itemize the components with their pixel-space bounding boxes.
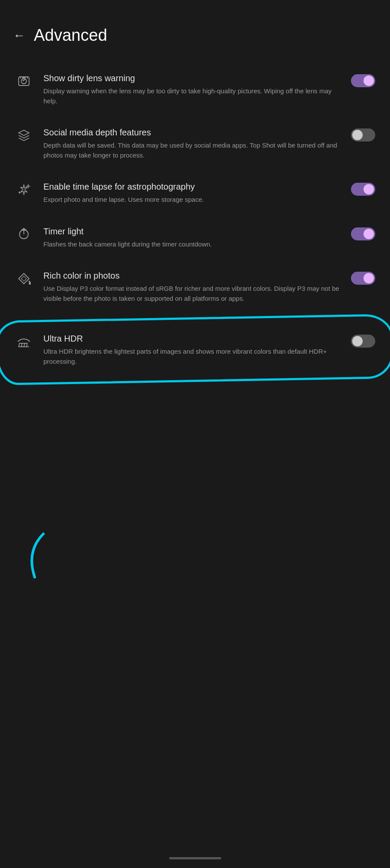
setting-rich-color-content: Rich color in photos Use Display P3 colo… — [43, 270, 342, 303]
back-button[interactable]: ← — [13, 29, 25, 43]
toggle-time-lapse[interactable] — [351, 181, 377, 196]
svg-line-12 — [24, 343, 25, 347]
setting-ultra-hdr-content: Ultra HDR Ultra HDR brightens the lighte… — [43, 333, 342, 366]
toggle-switch-dirty-lens[interactable] — [351, 74, 375, 87]
setting-ultra-hdr: Ultra HDR Ultra HDR brightens the lighte… — [0, 322, 390, 377]
setting-dirty-lens: Show dirty lens warning Display warning … — [0, 62, 390, 116]
toggle-timer-light[interactable] — [351, 226, 377, 240]
setting-social-depth-content: Social media depth features Depth data w… — [43, 127, 342, 160]
toggle-switch-rich-color[interactable] — [351, 272, 375, 285]
setting-rich-color-title: Rich color in photos — [43, 270, 342, 281]
settings-list: Show dirty lens warning Display warning … — [0, 58, 390, 398]
setting-dirty-lens-content: Show dirty lens warning Display warning … — [43, 72, 342, 106]
setting-dirty-lens-title: Show dirty lens warning — [43, 72, 342, 84]
toggle-knob-ultra-hdr — [352, 336, 363, 346]
setting-social-depth-desc: Depth data will be saved. This data may … — [43, 141, 342, 160]
setting-ultra-hdr-title: Ultra HDR — [43, 333, 342, 344]
svg-marker-5 — [23, 228, 25, 230]
setting-social-depth: Social media depth features Depth data w… — [0, 116, 390, 171]
setting-timer-light-title: Timer light — [43, 226, 342, 237]
hdr-icon — [13, 335, 35, 349]
setting-time-lapse-content: Enable time lapse for astrophotography E… — [43, 181, 342, 205]
svg-line-10 — [19, 343, 20, 347]
toggle-switch-ultra-hdr[interactable] — [351, 335, 375, 348]
setting-time-lapse-title: Enable time lapse for astrophotography — [43, 181, 342, 192]
setting-rich-color: Rich color in photos Use Display P3 colo… — [0, 260, 390, 314]
svg-point-9 — [29, 283, 31, 284]
layers-icon — [13, 128, 35, 142]
svg-line-13 — [26, 343, 27, 347]
setting-rich-color-desc: Use Display P3 color format instead of s… — [43, 284, 342, 303]
setting-timer-light: Timer light Flashes the back camera ligh… — [0, 215, 390, 260]
svg-marker-2 — [19, 130, 29, 135]
toggle-switch-social-depth[interactable] — [351, 128, 375, 141]
color-icon — [13, 272, 35, 286]
toggle-knob-timer-light — [364, 229, 374, 239]
toggle-switch-timer-light[interactable] — [351, 227, 375, 240]
toggle-ultra-hdr[interactable] — [351, 333, 377, 348]
timer-icon — [13, 227, 35, 241]
setting-dirty-lens-desc: Display warning when the lens may be too… — [43, 86, 342, 106]
home-indicator — [169, 857, 221, 859]
setting-time-lapse: Enable time lapse for astrophotography E… — [0, 171, 390, 215]
setting-time-lapse-desc: Export photo and time lapse. Uses more s… — [43, 195, 342, 205]
svg-line-11 — [21, 343, 22, 347]
annotation-tail-svg — [0, 499, 390, 586]
toggle-knob-dirty-lens — [364, 76, 374, 86]
toggle-knob-time-lapse — [364, 184, 374, 194]
header: ← Advanced — [0, 0, 390, 58]
toggle-knob-social-depth — [352, 130, 363, 140]
toggle-rich-color[interactable] — [351, 270, 377, 285]
sparkles-icon — [13, 183, 35, 197]
setting-social-depth-title: Social media depth features — [43, 127, 342, 138]
toggle-knob-rich-color — [364, 273, 374, 283]
setting-timer-light-desc: Flashes the back camera light during the… — [43, 240, 342, 250]
lens-icon — [13, 74, 35, 88]
svg-point-1 — [21, 79, 26, 84]
page-title: Advanced — [34, 26, 107, 45]
setting-timer-light-content: Timer light Flashes the back camera ligh… — [43, 226, 342, 250]
toggle-dirty-lens[interactable] — [351, 72, 377, 87]
toggle-social-depth[interactable] — [351, 127, 377, 141]
setting-ultra-hdr-desc: Ultra HDR brightens the lightest parts o… — [43, 347, 342, 366]
toggle-switch-time-lapse[interactable] — [351, 183, 375, 196]
